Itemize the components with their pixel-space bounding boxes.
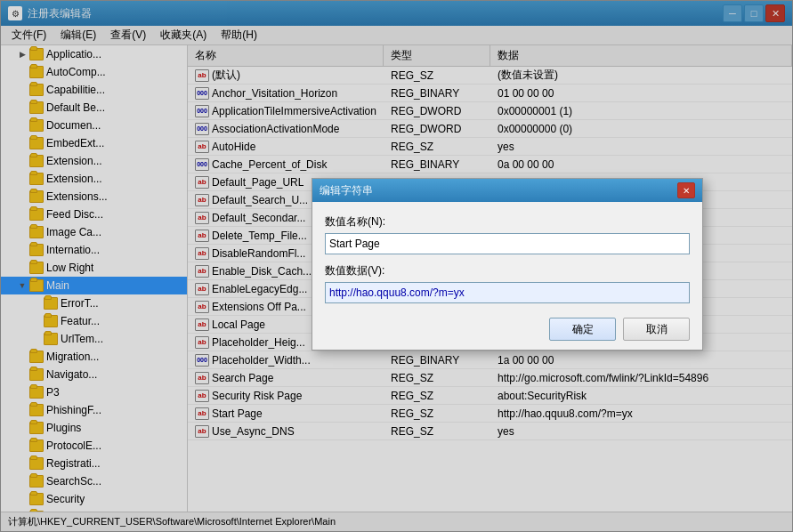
- dialog-overlay: 编辑字符串 ✕ 数值名称(N): 数值数据(V): 确定 取消: [0, 0, 793, 532]
- edit-string-dialog: 编辑字符串 ✕ 数值名称(N): 数值数据(V): 确定 取消: [312, 178, 703, 351]
- name-label: 数值名称(N):: [325, 214, 690, 230]
- ok-button[interactable]: 确定: [549, 318, 616, 341]
- data-label: 数值数据(V):: [325, 263, 690, 278]
- dialog-buttons: 确定 取消: [325, 318, 690, 341]
- dialog-close-button[interactable]: ✕: [677, 182, 695, 198]
- dialog-title-bar: 编辑字符串 ✕: [312, 179, 702, 202]
- dialog-title: 编辑字符串: [320, 183, 677, 198]
- data-input[interactable]: [325, 282, 690, 303]
- dialog-body: 数值名称(N): 数值数据(V): 确定 取消: [312, 202, 702, 350]
- name-input[interactable]: [325, 233, 690, 254]
- cancel-button[interactable]: 取消: [623, 318, 690, 341]
